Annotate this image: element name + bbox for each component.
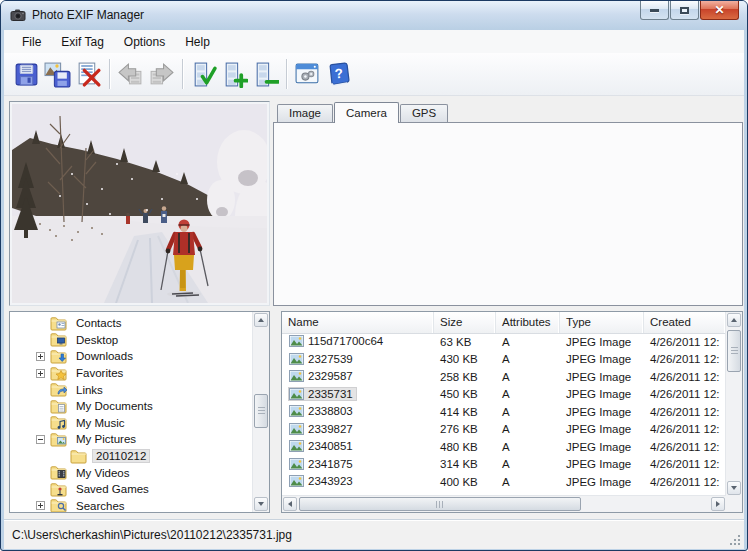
image-file-icon: [289, 370, 304, 382]
expand-icon[interactable]: [36, 501, 45, 510]
delete-exif-button[interactable]: [73, 57, 104, 91]
column-header-attributes[interactable]: Attributes: [496, 312, 560, 333]
next-image-button[interactable]: [146, 57, 177, 91]
scroll-thumb[interactable]: [727, 330, 741, 372]
arrow-down-icon: [731, 486, 737, 490]
file-name: 115d71700c64: [288, 334, 387, 348]
file-row[interactable]: 115d71700c6463 KBAJPEG Image4/26/2011 12…: [282, 333, 726, 351]
tree-item-downloads[interactable]: Downloads: [10, 348, 269, 365]
file-cell: 115d71700c64: [282, 334, 434, 349]
file-name: 2329587: [288, 369, 357, 383]
file-row[interactable]: 2335731450 KBAJPEG Image4/26/2011 12:: [282, 386, 726, 404]
tab-camera[interactable]: Camera: [334, 102, 399, 123]
status-path: C:\Users\cherkashin\Pictures\20110212\23…: [12, 528, 292, 542]
column-header-type[interactable]: Type: [560, 312, 644, 333]
validate-exif-button[interactable]: [188, 57, 219, 91]
file-name-label: 2341875: [308, 458, 353, 470]
tree-item-my-documents[interactable]: My Documents: [10, 398, 269, 415]
file-list-rows: 115d71700c6463 KBAJPEG Image4/26/2011 12…: [282, 333, 726, 496]
file-cell: 400 KB: [434, 476, 496, 488]
minimize-button[interactable]: [640, 1, 669, 20]
file-cell: 258 KB: [434, 371, 496, 383]
validate-exif-icon: [190, 61, 217, 88]
scroll-up-button[interactable]: [727, 313, 741, 327]
file-cell: 4/26/2011 12:: [644, 336, 726, 348]
minimize-icon: [650, 9, 659, 12]
expand-icon[interactable]: [36, 352, 45, 361]
column-header-created[interactable]: Created: [644, 312, 726, 333]
tree-item-links[interactable]: Links: [10, 381, 269, 398]
tree-item-favorites[interactable]: Favorites: [10, 365, 269, 382]
tree-item-contacts[interactable]: Contacts: [10, 315, 269, 332]
folder-tree: ContactsDesktopDownloadsFavoritesLinksMy…: [9, 311, 270, 513]
file-name-label: 2343923: [308, 475, 353, 487]
menu-file[interactable]: File: [12, 32, 51, 52]
menu-exif-tag[interactable]: Exif Tag: [51, 32, 113, 52]
column-header-name[interactable]: Name: [282, 312, 434, 333]
file-cell: 4/26/2011 12:: [644, 371, 726, 383]
file-list-header: NameSizeAttributesTypeCreated: [282, 312, 726, 334]
image-file-icon: [289, 458, 304, 470]
image-file-icon: [289, 405, 304, 417]
file-cell: 2338803: [282, 404, 434, 419]
file-cell: A: [496, 388, 560, 400]
save-image-button[interactable]: [42, 57, 73, 91]
scroll-left-button[interactable]: [283, 497, 297, 511]
tree-item-desktop[interactable]: Desktop: [10, 332, 269, 349]
file-row[interactable]: 2338803414 KBAJPEG Image4/26/2011 12:: [282, 403, 726, 421]
tree-item-20110212[interactable]: 20110212: [10, 448, 269, 465]
collapse-icon[interactable]: [36, 435, 45, 444]
files-horizontal-scrollbar[interactable]: [282, 495, 726, 512]
scroll-down-button[interactable]: [727, 481, 741, 495]
tab-image[interactable]: Image: [277, 104, 333, 122]
file-row[interactable]: 2340851480 KBAJPEG Image4/26/2011 12:: [282, 438, 726, 456]
scroll-up-button[interactable]: [254, 313, 268, 327]
scroll-thumb[interactable]: [254, 394, 268, 428]
maximize-button[interactable]: [670, 1, 699, 20]
file-cell: 4/26/2011 12:: [644, 458, 726, 470]
remove-exif-tag-button[interactable]: [250, 57, 281, 91]
column-header-size[interactable]: Size: [434, 312, 496, 333]
previous-image-button[interactable]: [115, 57, 146, 91]
next-image-icon: [148, 61, 175, 88]
resize-grip-icon[interactable]: [729, 534, 741, 546]
toolbar-separator: [286, 59, 287, 89]
title-bar[interactable]: Photo EXIF Manager ✕: [1, 1, 747, 30]
tree-item-saved-games[interactable]: Saved Games: [10, 481, 269, 498]
file-row[interactable]: 2339827276 KBAJPEG Image4/26/2011 12:: [282, 421, 726, 439]
file-list: NameSizeAttributesTypeCreated 115d71700c…: [281, 311, 743, 513]
tree-item-searches[interactable]: Searches: [10, 498, 269, 513]
file-row[interactable]: 2329587258 KBAJPEG Image4/26/2011 12:: [282, 368, 726, 386]
scrollbar-corner: [726, 496, 742, 512]
file-cell: JPEG Image: [560, 353, 644, 365]
files-vertical-scrollbar[interactable]: [725, 312, 742, 496]
menu-options[interactable]: Options: [114, 32, 175, 52]
save-button[interactable]: [11, 57, 42, 91]
file-row[interactable]: 2343923400 KBAJPEG Image4/26/2011 12:: [282, 473, 726, 491]
file-name-label: 2340851: [308, 440, 353, 452]
scroll-thumb[interactable]: [299, 497, 581, 511]
tree-item-my-videos[interactable]: My Videos: [10, 464, 269, 481]
add-exif-tag-button[interactable]: [219, 57, 250, 91]
file-name-label: 2329587: [308, 370, 353, 382]
help-button[interactable]: ?: [323, 57, 354, 91]
remove-exif-tag-icon: [252, 61, 279, 88]
favorites-folder-icon: [50, 366, 68, 381]
scroll-down-button[interactable]: [254, 497, 268, 511]
tree-item-my-pictures[interactable]: My Pictures: [10, 431, 269, 448]
file-row[interactable]: 2327539430 KBAJPEG Image4/26/2011 12:: [282, 351, 726, 369]
scroll-right-button[interactable]: [711, 497, 725, 511]
menu-help[interactable]: Help: [175, 32, 220, 52]
games-folder-icon: [50, 482, 68, 497]
file-cell: 4/26/2011 12:: [644, 353, 726, 365]
photo-preview: [9, 101, 270, 306]
tree-item-my-music[interactable]: My Music: [10, 415, 269, 432]
file-row[interactable]: 2341875314 KBAJPEG Image4/26/2011 12:: [282, 456, 726, 474]
tree-vertical-scrollbar[interactable]: [252, 312, 269, 512]
tab-gps[interactable]: GPS: [400, 104, 448, 122]
file-cell: A: [496, 423, 560, 435]
close-button[interactable]: ✕: [700, 1, 739, 20]
expand-icon[interactable]: [36, 369, 45, 378]
options-button[interactable]: [292, 57, 323, 91]
file-name: 2343923: [288, 474, 357, 488]
